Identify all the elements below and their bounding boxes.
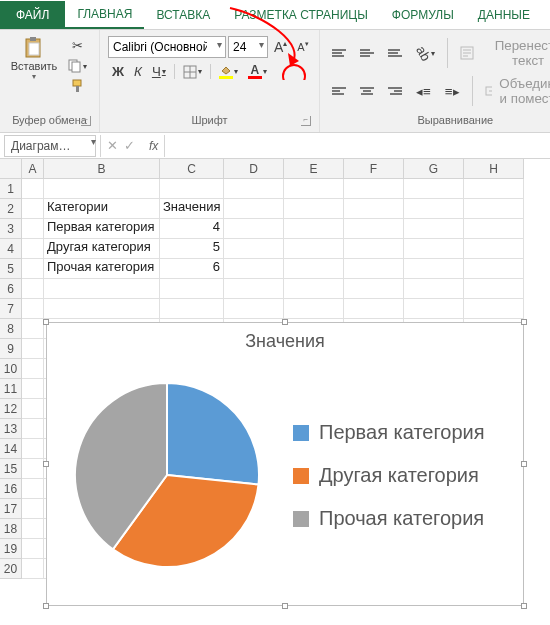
cell[interactable] bbox=[224, 259, 284, 279]
name-box[interactable] bbox=[4, 135, 96, 157]
italic-button[interactable]: К bbox=[130, 62, 146, 81]
row-header[interactable]: 2 bbox=[0, 199, 22, 219]
align-center-button[interactable] bbox=[356, 74, 378, 108]
cell[interactable] bbox=[224, 279, 284, 299]
align-top-button[interactable] bbox=[328, 36, 350, 70]
increase-indent-button[interactable]: ≡▸ bbox=[441, 74, 464, 108]
cell[interactable] bbox=[44, 299, 160, 319]
row-header[interactable]: 11 bbox=[0, 379, 22, 399]
cell[interactable] bbox=[22, 319, 44, 339]
decrease-indent-button[interactable]: ◂≡ bbox=[412, 74, 435, 108]
font-name-input[interactable] bbox=[108, 36, 226, 58]
increase-font-button[interactable]: A▴ bbox=[270, 36, 291, 58]
row-header[interactable]: 19 bbox=[0, 539, 22, 559]
col-header[interactable]: F bbox=[344, 159, 404, 179]
cell[interactable]: 4 bbox=[160, 219, 224, 239]
row-header[interactable]: 16 bbox=[0, 479, 22, 499]
cell[interactable] bbox=[22, 359, 44, 379]
row-header[interactable]: 18 bbox=[0, 519, 22, 539]
align-middle-button[interactable] bbox=[356, 36, 378, 70]
cell[interactable] bbox=[224, 299, 284, 319]
cell[interactable] bbox=[22, 259, 44, 279]
cell[interactable] bbox=[22, 499, 44, 519]
chart-title[interactable]: Значения bbox=[47, 323, 523, 356]
cell[interactable] bbox=[284, 199, 344, 219]
tab-home[interactable]: ГЛАВНАЯ bbox=[65, 1, 144, 29]
row-header[interactable]: 7 bbox=[0, 299, 22, 319]
col-header[interactable]: D bbox=[224, 159, 284, 179]
tab-page-layout[interactable]: РАЗМЕТКА СТРАНИЦЫ bbox=[222, 1, 380, 29]
cell[interactable] bbox=[344, 259, 404, 279]
row-header[interactable]: 8 bbox=[0, 319, 22, 339]
font-launcher[interactable]: ⌐ bbox=[301, 116, 311, 126]
col-header[interactable]: H bbox=[464, 159, 524, 179]
cell[interactable] bbox=[404, 239, 464, 259]
cell[interactable] bbox=[344, 239, 404, 259]
pie-slice[interactable] bbox=[167, 383, 259, 485]
cell[interactable]: Первая категория bbox=[44, 219, 160, 239]
paste-button[interactable]: Вставить ▾ bbox=[8, 36, 60, 81]
cell[interactable]: 6 bbox=[160, 259, 224, 279]
tab-formulas[interactable]: ФОРМУЛЫ bbox=[380, 1, 466, 29]
select-all-corner[interactable] bbox=[0, 159, 22, 179]
cell[interactable] bbox=[44, 179, 160, 199]
cell[interactable] bbox=[344, 219, 404, 239]
cell[interactable] bbox=[404, 219, 464, 239]
cell[interactable] bbox=[22, 219, 44, 239]
row-header[interactable]: 10 bbox=[0, 359, 22, 379]
align-bottom-button[interactable] bbox=[384, 36, 406, 70]
cell[interactable] bbox=[22, 399, 44, 419]
cell[interactable]: Прочая категория bbox=[44, 259, 160, 279]
wrap-text-button[interactable]: Перенести текст bbox=[456, 36, 550, 70]
tab-file[interactable]: ФАЙЛ bbox=[0, 1, 65, 29]
row-header[interactable]: 9 bbox=[0, 339, 22, 359]
legend-item[interactable]: Первая категория bbox=[293, 421, 523, 444]
row-header[interactable]: 3 bbox=[0, 219, 22, 239]
cell[interactable] bbox=[22, 559, 44, 579]
row-header[interactable]: 15 bbox=[0, 459, 22, 479]
cell[interactable] bbox=[404, 259, 464, 279]
cell[interactable] bbox=[344, 179, 404, 199]
chart-legend[interactable]: Первая категорияДругая категорияПрочая к… bbox=[287, 356, 523, 594]
cell[interactable] bbox=[284, 299, 344, 319]
cell[interactable] bbox=[404, 299, 464, 319]
cell[interactable] bbox=[22, 459, 44, 479]
cell[interactable] bbox=[464, 239, 524, 259]
col-header[interactable]: A bbox=[22, 159, 44, 179]
cell[interactable] bbox=[284, 279, 344, 299]
align-right-button[interactable] bbox=[384, 74, 406, 108]
clipboard-launcher[interactable]: ⌐ bbox=[81, 116, 91, 126]
bold-button[interactable]: Ж bbox=[108, 62, 128, 81]
cancel-icon[interactable]: ✕ bbox=[107, 138, 118, 153]
tab-data[interactable]: ДАННЫЕ bbox=[466, 1, 542, 29]
copy-button[interactable]: ▾ bbox=[64, 57, 91, 75]
merge-button[interactable]: Объединить и поместить bbox=[481, 74, 550, 108]
col-header[interactable]: B bbox=[44, 159, 160, 179]
cell[interactable] bbox=[160, 179, 224, 199]
cell[interactable] bbox=[344, 279, 404, 299]
cell[interactable] bbox=[224, 199, 284, 219]
col-header[interactable]: C bbox=[160, 159, 224, 179]
cell[interactable] bbox=[160, 299, 224, 319]
cut-button[interactable]: ✂ bbox=[64, 36, 91, 55]
cell[interactable] bbox=[284, 179, 344, 199]
cell[interactable]: 5 bbox=[160, 239, 224, 259]
cell[interactable] bbox=[284, 259, 344, 279]
orientation-button[interactable]: ab▾ bbox=[412, 36, 439, 70]
cell[interactable]: Значения bbox=[160, 199, 224, 219]
cell[interactable] bbox=[22, 439, 44, 459]
cell[interactable] bbox=[22, 239, 44, 259]
cell[interactable] bbox=[22, 339, 44, 359]
cell[interactable] bbox=[22, 299, 44, 319]
row-header[interactable]: 20 bbox=[0, 559, 22, 579]
cell[interactable] bbox=[22, 519, 44, 539]
underline-button[interactable]: Ч▾ bbox=[148, 62, 170, 81]
cell[interactable] bbox=[224, 239, 284, 259]
cell[interactable] bbox=[22, 479, 44, 499]
cell[interactable] bbox=[464, 219, 524, 239]
cell[interactable]: Категории bbox=[44, 199, 160, 219]
col-header[interactable]: G bbox=[404, 159, 464, 179]
align-left-button[interactable] bbox=[328, 74, 350, 108]
cell[interactable] bbox=[404, 199, 464, 219]
font-color-button[interactable]: A ▾ bbox=[244, 62, 271, 81]
